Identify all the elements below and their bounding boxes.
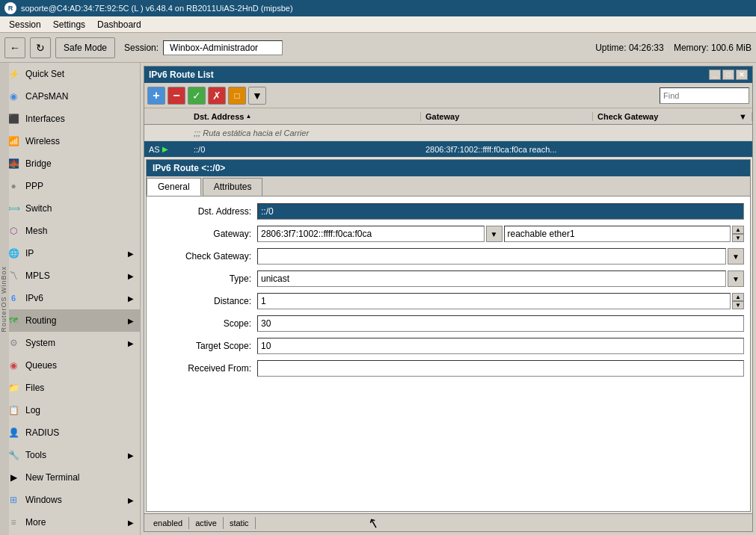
maximize-button[interactable]: □ [722, 69, 734, 80]
sidebar-label-wireless: Wireless [25, 136, 60, 146]
check-gateway-input-group: ▼ [257, 248, 744, 265]
sidebar-item-radius[interactable]: 👤 RADIUS [0, 421, 140, 444]
menu-session[interactable]: Session [3, 18, 47, 31]
sidebar-label-capsman: CAPsMAN [25, 91, 68, 102]
sidebar-label-routing: Routing [25, 315, 56, 326]
menu-settings[interactable]: Settings [47, 18, 91, 31]
gateway-spin-up[interactable]: ▲ [732, 226, 744, 234]
type-input-group: ▼ [257, 270, 744, 287]
check-gateway-dropdown-button[interactable]: ▼ [728, 248, 744, 265]
toolbar: ← ↻ Safe Mode Session: Winbox-Administra… [0, 33, 756, 63]
dst-sort-icon: ▲ [245, 113, 251, 120]
distance-input-group: ▲ ▼ [257, 293, 744, 309]
sidebar-item-queues[interactable]: ◉ Queues [0, 354, 140, 377]
session-value: Winbox-Administrador [163, 40, 283, 55]
add-route-button[interactable]: + [147, 87, 165, 105]
sidebar-item-more[interactable]: ≡ More ▶ [0, 511, 140, 534]
target-scope-input[interactable] [257, 338, 744, 354]
sidebar-item-system[interactable]: ⚙ System ▶ [0, 332, 140, 354]
received-from-input[interactable] [257, 360, 744, 377]
sidebar-label-new-terminal: New Terminal [25, 472, 79, 483]
route-table-header: Dst. Address ▲ Gateway Check Gateway ▼ [144, 108, 752, 125]
remove-route-button[interactable]: − [168, 87, 185, 105]
sidebar-item-log[interactable]: 📋 Log [0, 399, 140, 421]
type-input[interactable] [257, 270, 726, 287]
sidebar-item-windows[interactable]: ⊞ Windows ▶ [0, 489, 140, 511]
uptime-label: Uptime: [595, 43, 626, 53]
back-button[interactable]: ← [4, 37, 25, 58]
distance-row: Distance: ▲ ▼ [153, 292, 744, 310]
route-toolbar: + − ✓ ✗ □ ▼ [144, 83, 752, 108]
distance-spin-up[interactable]: ▲ [732, 293, 744, 301]
close-button[interactable]: ✕ [736, 69, 748, 80]
distance-input[interactable] [257, 293, 731, 309]
safe-mode-button[interactable]: Safe Mode [55, 37, 115, 58]
target-scope-label: Target Scope: [153, 341, 257, 351]
distance-spin-down[interactable]: ▼ [732, 301, 744, 309]
detail-title: IPv6 Route <::/0> [153, 163, 225, 173]
check-gateway-dropdown[interactable]: ▼ [739, 112, 747, 121]
sidebar-item-ip[interactable]: 🌐 IP ▶ [0, 242, 140, 265]
window-controls: _ □ ✕ [709, 69, 748, 80]
sidebar-label-ipv6: IPv6 [25, 293, 43, 303]
sidebar-label-quick-set: Quick Set [25, 69, 64, 79]
menubar: Session Settings Dashboard [0, 16, 756, 33]
sidebar-label-switch: Switch [25, 203, 52, 214]
forward-button[interactable]: ↻ [30, 37, 51, 58]
sidebar-item-quick-set[interactable]: ⚡ Quick Set [0, 63, 140, 85]
sidebar-item-switch[interactable]: ⟺ Switch [0, 197, 140, 220]
sidebar-item-tools[interactable]: 🔧 Tools ▶ [0, 444, 140, 466]
memory-value: 100.6 MiB [711, 43, 752, 53]
gateway-type-input[interactable] [504, 226, 731, 242]
sidebar-item-ppp[interactable]: ● PPP [0, 175, 140, 197]
filter-button[interactable]: ▼ [248, 87, 266, 105]
gateway-spin-down[interactable]: ▼ [732, 234, 744, 242]
dst-address-input[interactable] [257, 203, 744, 220]
sidebar-label-more: More [25, 517, 46, 528]
scope-input[interactable] [257, 315, 744, 332]
copy-route-button[interactable]: □ [228, 87, 246, 105]
sidebar-label-ip: IP [25, 248, 34, 259]
mpls-arrow: ▶ [128, 272, 134, 280]
uptime-value: 04:26:33 [629, 43, 664, 53]
sidebar-item-bridge[interactable]: 🌉 Bridge [0, 152, 140, 175]
menu-dashboard[interactable]: Dashboard [91, 18, 147, 31]
uptime-info: Uptime: 04:26:33 Memory: 100.6 MiB [595, 43, 752, 53]
disable-route-button[interactable]: ✗ [208, 87, 226, 105]
find-input[interactable] [660, 87, 749, 104]
scope-label: Scope: [153, 318, 257, 329]
sidebar-item-mesh[interactable]: ⬡ Mesh [0, 220, 140, 242]
sidebar-item-ipv6[interactable]: 6 IPv6 ▶ [0, 287, 140, 309]
th-gateway: Gateway [421, 112, 593, 121]
dst-address-row: Dst. Address: [153, 202, 744, 220]
sidebar-item-new-terminal[interactable]: ▶ New Terminal [0, 466, 140, 489]
tools-arrow: ▶ [128, 451, 134, 460]
gateway-dropdown-button[interactable]: ▼ [486, 226, 503, 242]
check-gateway-label: Check Gateway: [153, 251, 257, 262]
type-dropdown-button[interactable]: ▼ [728, 270, 744, 287]
received-from-label: Received From: [153, 363, 257, 374]
check-gateway-input[interactable] [257, 248, 726, 265]
minimize-button[interactable]: _ [709, 69, 721, 80]
sidebar-item-interfaces[interactable]: ⬛ Interfaces [0, 108, 140, 130]
sidebar-item-routing[interactable]: 🗺 Routing ▶ [0, 309, 140, 332]
gateway-input[interactable] [257, 226, 485, 242]
sidebar-item-wireless[interactable]: 📶 Wireless [0, 130, 140, 152]
row-flags-cell: AS ▶ [144, 145, 189, 154]
scope-row: Scope: [153, 315, 744, 333]
enable-route-button[interactable]: ✓ [188, 87, 206, 105]
sidebar-item-mpls[interactable]: 〽 MPLS ▶ [0, 265, 140, 287]
target-scope-row: Target Scope: [153, 337, 744, 355]
sidebar-item-capsman[interactable]: ◉ CAPsMAN [0, 85, 140, 108]
titlebar-text: soporte@C4:AD:34:7E:92:5C (L ) v6.48.4 o… [21, 4, 293, 13]
sidebar-label-bridge: Bridge [25, 158, 52, 169]
main-area: ⚡ Quick Set ◉ CAPsMAN ⬛ Interfaces 📶 Wir… [0, 63, 756, 535]
type-row: Type: ▼ [153, 270, 744, 288]
distance-spinner: ▲ ▼ [732, 293, 744, 309]
route-row-0[interactable]: AS ▶ ::/0 2806:3f7:1002::ffff:f0ca:f0ca … [144, 141, 752, 158]
sidebar-item-files[interactable]: 📁 Files [0, 377, 140, 399]
tab-general[interactable]: General [147, 178, 201, 196]
th-dst-address: Dst. Address ▲ [189, 112, 421, 121]
detail-form: IPv6 Route <::/0> General Attributes Dst… [146, 159, 751, 512]
tab-attributes[interactable]: Attributes [203, 178, 263, 196]
